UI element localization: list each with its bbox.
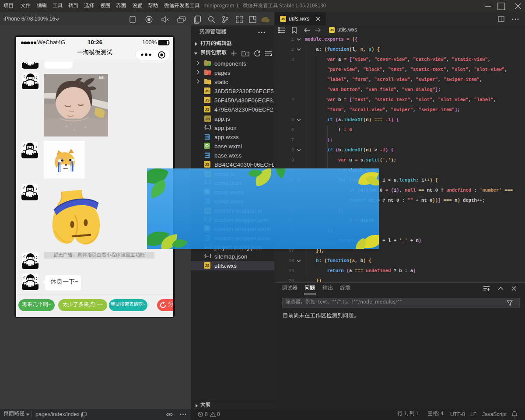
svg-text:lol!: lol!	[99, 75, 105, 80]
